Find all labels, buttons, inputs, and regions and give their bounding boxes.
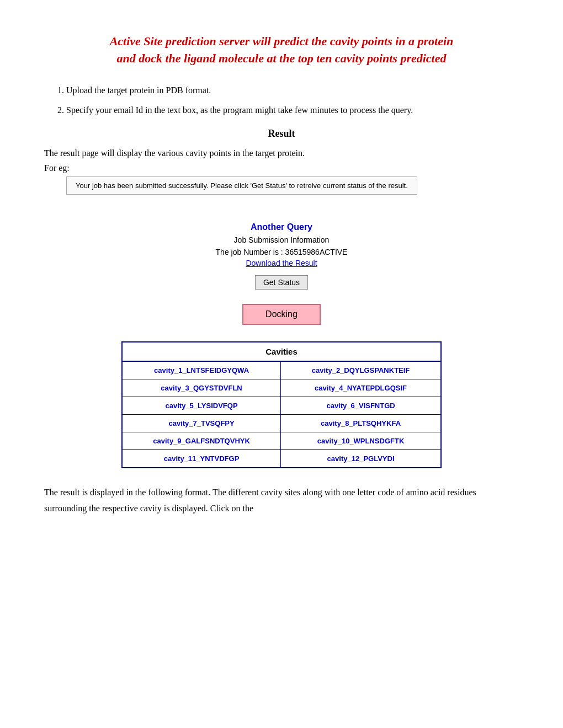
cavity-cell[interactable]: cavity_5_LYSIDVFQP <box>122 397 281 415</box>
docking-button[interactable]: Docking <box>242 304 321 325</box>
table-row: cavity_5_LYSIDVFQPcavity_6_VISFNTGD <box>122 397 441 415</box>
another-query-title: Another Query <box>44 222 519 232</box>
cavity-cell[interactable]: cavity_10_WPLNSDGFTK <box>281 432 441 450</box>
cavity-cell[interactable]: cavity_7_TVSQFPY <box>122 415 281 432</box>
job-number: The job Number is : 36515986ACTIVE <box>44 248 519 256</box>
main-title: Active Site prediction server will predi… <box>44 33 519 67</box>
cavity-cell[interactable]: cavity_8_PLTSQHYKFA <box>281 415 441 432</box>
cavity-cell[interactable]: cavity_3_QGYSTDVFLN <box>122 379 281 397</box>
cavity-cell[interactable]: cavity_2_DQYLGSPANKTEIF <box>281 361 441 379</box>
for-eg-label: For eg: <box>44 163 519 173</box>
cavity-cell[interactable]: cavity_12_PGLVYDI <box>281 450 441 468</box>
get-status-container: Get Status <box>44 275 519 295</box>
result-desc: The result page will display the various… <box>44 146 519 160</box>
result-section: Result The result page will display the … <box>44 128 519 206</box>
cavity-cell[interactable]: cavity_11_YNTVDFGP <box>122 450 281 468</box>
instruction-step2: Specify your email Id in the text box, a… <box>66 104 519 117</box>
cavities-table-header: Cavities <box>122 342 441 361</box>
table-row: cavity_7_TVSQFPYcavity_8_PLTSQHYKFA <box>122 415 441 432</box>
instruction-step1: Upload the target protein in PDB format. <box>66 84 519 97</box>
cavities-table: Cavities cavity_1_LNTSFEIDGYQWAcavity_2_… <box>121 341 442 468</box>
cavities-section: Cavities cavity_1_LNTSFEIDGYQWAcavity_2_… <box>44 341 519 468</box>
cavity-cell[interactable]: cavity_4_NYATEPDLGQSIF <box>281 379 441 397</box>
table-row: cavity_1_LNTSFEIDGYQWAcavity_2_DQYLGSPAN… <box>122 361 441 379</box>
cavity-cell[interactable]: cavity_9_GALFSNDTQVHYK <box>122 432 281 450</box>
table-row: cavity_3_QGYSTDVFLNcavity_4_NYATEPDLGQSI… <box>122 379 441 397</box>
docking-container: Docking <box>44 301 519 325</box>
table-row: cavity_9_GALFSNDTQVHYKcavity_10_WPLNSDGF… <box>122 432 441 450</box>
status-message-box: Your job has been submitted successfully… <box>66 176 417 195</box>
download-result-link[interactable]: Download the Result <box>44 259 519 267</box>
another-query-section: Another Query Job Submission Information… <box>44 222 519 325</box>
get-status-button[interactable]: Get Status <box>255 275 308 290</box>
table-row: cavity_11_YNTVDFGPcavity_12_PGLVYDI <box>122 450 441 468</box>
job-submission-info: Job Submission Information <box>44 235 519 244</box>
cavity-cell[interactable]: cavity_1_LNTSFEIDGYQWA <box>122 361 281 379</box>
instructions-section: Upload the target protein in PDB format.… <box>44 84 519 117</box>
result-heading: Result <box>44 128 519 140</box>
footer-text: The result is displayed in the following… <box>44 485 519 517</box>
cavity-cell[interactable]: cavity_6_VISFNTGD <box>281 397 441 415</box>
